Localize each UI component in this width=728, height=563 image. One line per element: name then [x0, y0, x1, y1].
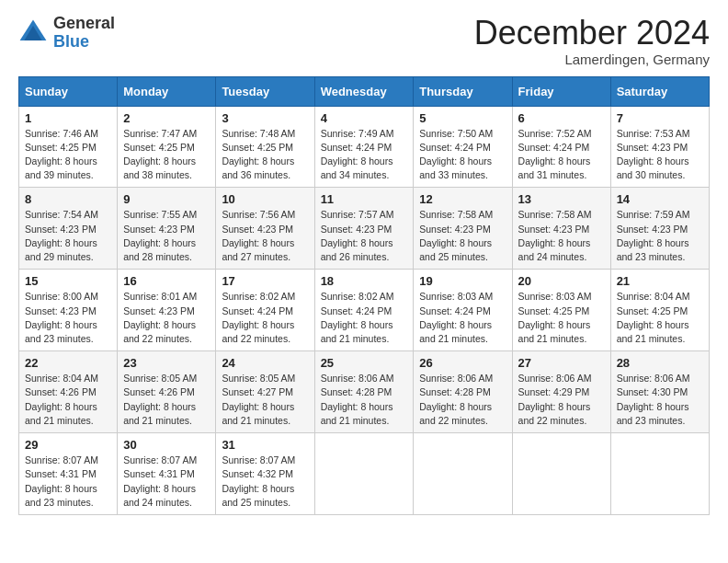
- calendar-week-row: 29Sunrise: 8:07 AMSunset: 4:31 PMDayligh…: [19, 433, 710, 515]
- day-info: Sunrise: 7:54 AMSunset: 4:23 PMDaylight:…: [25, 208, 111, 264]
- calendar-cell: [512, 433, 610, 515]
- day-info: Sunrise: 8:02 AMSunset: 4:24 PMDaylight:…: [222, 290, 308, 346]
- calendar-cell: [414, 433, 512, 515]
- day-info: Sunrise: 8:04 AMSunset: 4:26 PMDaylight:…: [25, 372, 111, 428]
- day-info: Sunrise: 7:50 AMSunset: 4:24 PMDaylight:…: [419, 127, 506, 183]
- calendar-cell: [314, 433, 414, 515]
- day-number: 7: [617, 111, 703, 125]
- day-number: 26: [419, 356, 506, 370]
- calendar-cell: 19Sunrise: 8:03 AMSunset: 4:24 PMDayligh…: [414, 270, 512, 351]
- day-number: 14: [617, 192, 703, 206]
- title-block: December 2024 Lamerdingen, Germany: [474, 15, 710, 67]
- calendar-cell: 4Sunrise: 7:49 AMSunset: 4:24 PMDaylight…: [314, 106, 414, 188]
- day-number: 17: [222, 274, 308, 288]
- day-info: Sunrise: 7:53 AMSunset: 4:23 PMDaylight:…: [617, 127, 703, 183]
- calendar-cell: 3Sunrise: 7:48 AMSunset: 4:25 PMDaylight…: [216, 106, 314, 188]
- day-number: 24: [222, 356, 308, 370]
- calendar-cell: 16Sunrise: 8:01 AMSunset: 4:23 PMDayligh…: [118, 270, 216, 351]
- day-number: 11: [321, 192, 408, 206]
- calendar-week-row: 15Sunrise: 8:00 AMSunset: 4:23 PMDayligh…: [19, 270, 710, 351]
- calendar-cell: 17Sunrise: 8:02 AMSunset: 4:24 PMDayligh…: [216, 270, 314, 351]
- calendar-cell: 1Sunrise: 7:46 AMSunset: 4:25 PMDaylight…: [19, 106, 118, 188]
- calendar-week-row: 1Sunrise: 7:46 AMSunset: 4:25 PMDaylight…: [19, 106, 710, 188]
- day-info: Sunrise: 8:02 AMSunset: 4:24 PMDaylight:…: [321, 290, 408, 346]
- day-number: 22: [25, 356, 111, 370]
- day-info: Sunrise: 8:03 AMSunset: 4:24 PMDaylight:…: [419, 290, 506, 346]
- calendar-cell: 2Sunrise: 7:47 AMSunset: 4:25 PMDaylight…: [118, 106, 216, 188]
- day-number: 30: [123, 438, 210, 452]
- logo-blue: Blue: [53, 33, 115, 52]
- day-info: Sunrise: 8:06 AMSunset: 4:29 PMDaylight:…: [518, 372, 605, 428]
- calendar-cell: [610, 433, 709, 515]
- day-number: 16: [123, 274, 210, 288]
- calendar-week-row: 8Sunrise: 7:54 AMSunset: 4:23 PMDaylight…: [19, 188, 710, 270]
- calendar-cell: 29Sunrise: 8:07 AMSunset: 4:31 PMDayligh…: [19, 433, 118, 515]
- day-number: 12: [419, 192, 506, 206]
- location: Lamerdingen, Germany: [474, 52, 710, 67]
- month-title: December 2024: [474, 15, 710, 52]
- calendar-cell: 27Sunrise: 8:06 AMSunset: 4:29 PMDayligh…: [512, 351, 610, 433]
- day-number: 2: [123, 111, 210, 125]
- day-info: Sunrise: 7:55 AMSunset: 4:23 PMDaylight:…: [123, 208, 210, 264]
- calendar-cell: 18Sunrise: 8:02 AMSunset: 4:24 PMDayligh…: [314, 270, 414, 351]
- calendar-cell: 13Sunrise: 7:58 AMSunset: 4:23 PMDayligh…: [512, 188, 610, 270]
- calendar-cell: 25Sunrise: 8:06 AMSunset: 4:28 PMDayligh…: [314, 351, 414, 433]
- day-info: Sunrise: 8:06 AMSunset: 4:30 PMDaylight:…: [617, 372, 703, 428]
- calendar-col-header: Monday: [118, 76, 216, 106]
- day-info: Sunrise: 7:57 AMSunset: 4:23 PMDaylight:…: [321, 208, 408, 264]
- day-number: 27: [518, 356, 605, 370]
- day-number: 5: [419, 111, 506, 125]
- day-info: Sunrise: 8:06 AMSunset: 4:28 PMDaylight:…: [419, 372, 506, 428]
- day-number: 4: [321, 111, 408, 125]
- logo-icon: [18, 18, 48, 48]
- day-info: Sunrise: 7:58 AMSunset: 4:23 PMDaylight:…: [419, 208, 506, 264]
- day-number: 28: [617, 356, 703, 370]
- day-info: Sunrise: 7:59 AMSunset: 4:23 PMDaylight:…: [617, 208, 703, 264]
- day-number: 6: [518, 111, 605, 125]
- calendar-cell: 14Sunrise: 7:59 AMSunset: 4:23 PMDayligh…: [610, 188, 709, 270]
- calendar-cell: 28Sunrise: 8:06 AMSunset: 4:30 PMDayligh…: [610, 351, 709, 433]
- day-info: Sunrise: 7:48 AMSunset: 4:25 PMDaylight:…: [222, 127, 308, 183]
- calendar-cell: 5Sunrise: 7:50 AMSunset: 4:24 PMDaylight…: [414, 106, 512, 188]
- calendar-cell: 20Sunrise: 8:03 AMSunset: 4:25 PMDayligh…: [512, 270, 610, 351]
- calendar-cell: 21Sunrise: 8:04 AMSunset: 4:25 PMDayligh…: [610, 270, 709, 351]
- calendar-cell: 9Sunrise: 7:55 AMSunset: 4:23 PMDaylight…: [118, 188, 216, 270]
- calendar-week-row: 22Sunrise: 8:04 AMSunset: 4:26 PMDayligh…: [19, 351, 710, 433]
- calendar-cell: 6Sunrise: 7:52 AMSunset: 4:24 PMDaylight…: [512, 106, 610, 188]
- day-number: 1: [25, 111, 111, 125]
- day-number: 31: [222, 438, 308, 452]
- calendar-col-header: Tuesday: [216, 76, 314, 106]
- calendar-cell: 7Sunrise: 7:53 AMSunset: 4:23 PMDaylight…: [610, 106, 709, 188]
- day-info: Sunrise: 8:07 AMSunset: 4:31 PMDaylight:…: [25, 454, 111, 510]
- day-info: Sunrise: 8:04 AMSunset: 4:25 PMDaylight:…: [617, 290, 703, 346]
- day-info: Sunrise: 7:46 AMSunset: 4:25 PMDaylight:…: [25, 127, 111, 183]
- page-header: General Blue December 2024 Lamerdingen, …: [18, 15, 710, 67]
- day-number: 10: [222, 192, 308, 206]
- day-info: Sunrise: 8:07 AMSunset: 4:31 PMDaylight:…: [123, 454, 210, 510]
- calendar-cell: 24Sunrise: 8:05 AMSunset: 4:27 PMDayligh…: [216, 351, 314, 433]
- calendar-cell: 11Sunrise: 7:57 AMSunset: 4:23 PMDayligh…: [314, 188, 414, 270]
- calendar-cell: 30Sunrise: 8:07 AMSunset: 4:31 PMDayligh…: [118, 433, 216, 515]
- day-info: Sunrise: 8:03 AMSunset: 4:25 PMDaylight:…: [518, 290, 605, 346]
- calendar-cell: 10Sunrise: 7:56 AMSunset: 4:23 PMDayligh…: [216, 188, 314, 270]
- calendar-cell: 26Sunrise: 8:06 AMSunset: 4:28 PMDayligh…: [414, 351, 512, 433]
- logo-text: General Blue: [53, 15, 115, 52]
- calendar-col-header: Sunday: [19, 76, 118, 106]
- calendar-header-row: SundayMondayTuesdayWednesdayThursdayFrid…: [19, 76, 710, 106]
- logo: General Blue: [18, 15, 115, 52]
- calendar-col-header: Wednesday: [314, 76, 414, 106]
- day-info: Sunrise: 7:52 AMSunset: 4:24 PMDaylight:…: [518, 127, 605, 183]
- logo-general: General: [53, 15, 115, 33]
- calendar-cell: 8Sunrise: 7:54 AMSunset: 4:23 PMDaylight…: [19, 188, 118, 270]
- day-info: Sunrise: 7:58 AMSunset: 4:23 PMDaylight:…: [518, 208, 605, 264]
- day-info: Sunrise: 8:01 AMSunset: 4:23 PMDaylight:…: [123, 290, 210, 346]
- day-number: 25: [321, 356, 408, 370]
- day-number: 19: [419, 274, 506, 288]
- calendar-cell: 12Sunrise: 7:58 AMSunset: 4:23 PMDayligh…: [414, 188, 512, 270]
- day-number: 21: [617, 274, 703, 288]
- calendar-table: SundayMondayTuesdayWednesdayThursdayFrid…: [18, 76, 710, 515]
- day-info: Sunrise: 7:47 AMSunset: 4:25 PMDaylight:…: [123, 127, 210, 183]
- day-info: Sunrise: 8:07 AMSunset: 4:32 PMDaylight:…: [222, 454, 308, 510]
- calendar-cell: 22Sunrise: 8:04 AMSunset: 4:26 PMDayligh…: [19, 351, 118, 433]
- day-info: Sunrise: 7:56 AMSunset: 4:23 PMDaylight:…: [222, 208, 308, 264]
